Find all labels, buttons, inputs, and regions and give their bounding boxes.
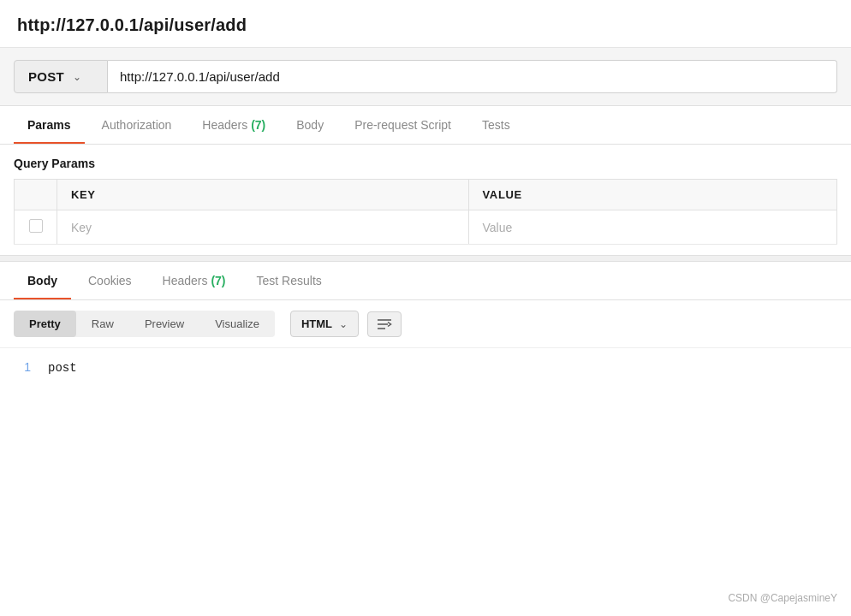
page-title: http://127.0.0.1/api/user/add xyxy=(17,15,247,34)
response-headers-badge: (7) xyxy=(211,274,225,287)
response-tab-test-results[interactable]: Test Results xyxy=(243,262,336,299)
page-container: http://127.0.0.1/api/user/add POST ⌄ Par… xyxy=(0,0,851,616)
table-body: Key Value xyxy=(15,210,837,245)
row-checkbox[interactable] xyxy=(29,219,43,233)
table-row: Key Value xyxy=(15,210,837,245)
response-tabs-container: Body Cookies Headers (7) Test Results xyxy=(0,262,851,300)
response-tab-body[interactable]: Body xyxy=(14,262,71,299)
request-tabs-container: Params Authorization Headers (7) Body Pr… xyxy=(0,106,851,145)
response-tabs-list: Body Cookies Headers (7) Test Results xyxy=(14,262,837,299)
method-selector[interactable]: POST ⌄ xyxy=(14,60,108,93)
format-tabs: Pretty Raw Preview Visualize xyxy=(14,311,275,337)
title-bar: http://127.0.0.1/api/user/add xyxy=(0,0,851,48)
line-number-1: 1 xyxy=(14,360,31,374)
query-params-section: Query Params KEY VALUE Key xyxy=(0,145,851,245)
url-input[interactable] xyxy=(108,60,837,93)
format-bar: Pretty Raw Preview Visualize HTML ⌄ xyxy=(0,300,851,348)
wrap-icon xyxy=(377,318,392,330)
query-params-title: Query Params xyxy=(14,157,837,170)
chevron-down-icon: ⌄ xyxy=(73,71,81,83)
response-section: Body Cookies Headers (7) Test Results Pr… xyxy=(0,262,851,616)
headers-badge: (7) xyxy=(251,118,265,132)
row-key-cell[interactable]: Key xyxy=(57,210,469,245)
format-type-chevron-icon: ⌄ xyxy=(339,318,348,330)
request-row: POST ⌄ xyxy=(0,48,851,106)
col-key: KEY xyxy=(57,180,469,210)
format-type-selector[interactable]: HTML ⌄ xyxy=(290,311,359,337)
tab-authorization[interactable]: Authorization xyxy=(88,106,186,144)
tab-prerequest[interactable]: Pre-request Script xyxy=(341,106,465,144)
row-value-cell[interactable]: Value xyxy=(468,210,837,245)
wrap-text-button[interactable] xyxy=(367,311,402,337)
method-label: POST xyxy=(28,69,64,84)
code-content-1: post xyxy=(48,361,77,375)
params-table: KEY VALUE Key Value xyxy=(14,179,837,245)
col-value: VALUE xyxy=(468,180,837,210)
col-checkbox xyxy=(15,180,57,210)
format-tab-preview[interactable]: Preview xyxy=(129,311,199,337)
tab-params[interactable]: Params xyxy=(14,106,85,144)
code-area: 1 post xyxy=(0,348,851,387)
response-tab-cookies[interactable]: Cookies xyxy=(74,262,146,299)
tab-tests[interactable]: Tests xyxy=(468,106,524,144)
format-type-label: HTML xyxy=(301,317,332,330)
code-line-1: 1 post xyxy=(14,360,837,375)
response-tab-headers[interactable]: Headers (7) xyxy=(149,262,240,299)
format-tab-raw[interactable]: Raw xyxy=(76,311,129,337)
tab-body[interactable]: Body xyxy=(283,106,337,144)
request-tabs-list: Params Authorization Headers (7) Body Pr… xyxy=(14,106,837,144)
format-tab-pretty[interactable]: Pretty xyxy=(14,311,76,337)
footer-watermark: CSDN @CapejasmineY xyxy=(728,592,837,604)
tab-headers[interactable]: Headers (7) xyxy=(188,106,279,144)
table-header: KEY VALUE xyxy=(15,180,837,210)
section-divider xyxy=(0,255,851,262)
row-checkbox-cell[interactable] xyxy=(15,210,57,245)
format-tab-visualize[interactable]: Visualize xyxy=(199,311,275,337)
